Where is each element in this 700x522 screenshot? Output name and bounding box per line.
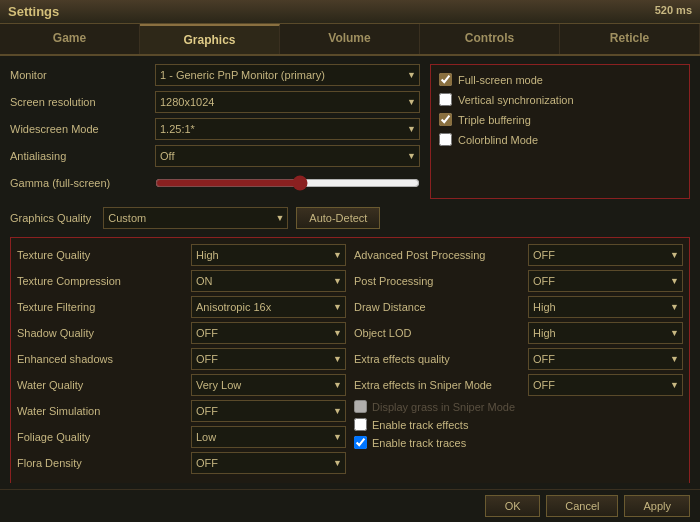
extra-effects-sniper-control: OFF bbox=[528, 374, 683, 396]
flora-density-label: Flora Density bbox=[17, 457, 191, 469]
monitor-select[interactable]: 1 - Generic PnP Monitor (primary) bbox=[155, 64, 420, 86]
fullscreen-checkbox[interactable] bbox=[439, 73, 452, 86]
shadow-quality-control: OFF bbox=[191, 322, 346, 344]
grass-sniper-row: Display grass in Sniper Mode bbox=[354, 400, 683, 413]
texture-quality-select[interactable]: High bbox=[191, 244, 346, 266]
advanced-post-select[interactable]: OFF bbox=[528, 244, 683, 266]
draw-distance-control: High bbox=[528, 296, 683, 318]
foliage-quality-select[interactable]: Low bbox=[191, 426, 346, 448]
texture-compression-label: Texture Compression bbox=[17, 275, 191, 287]
tab-graphics[interactable]: Graphics bbox=[140, 24, 280, 54]
title-bar: Settings 520 ms bbox=[0, 0, 700, 24]
draw-distance-select[interactable]: High bbox=[528, 296, 683, 318]
tab-game[interactable]: Game bbox=[0, 24, 140, 54]
enhanced-shadows-select[interactable]: OFF bbox=[191, 348, 346, 370]
right-checkboxes-panel: Full-screen mode Vertical synchronizatio… bbox=[430, 64, 690, 199]
colorblind-row: Colorblind Mode bbox=[439, 133, 681, 146]
apply-button[interactable]: Apply bbox=[624, 495, 690, 517]
extra-effects-quality-row: Extra effects quality OFF bbox=[354, 348, 683, 370]
widescreen-mode-control: 1.25:1* bbox=[155, 118, 420, 140]
antialiasing-select[interactable]: Off bbox=[155, 145, 420, 167]
foliage-quality-row: Foliage Quality Low bbox=[17, 426, 346, 448]
track-effects-label: Enable track effects bbox=[372, 419, 468, 431]
footer-buttons: OK Cancel Apply bbox=[485, 495, 690, 517]
post-processing-select[interactable]: OFF bbox=[528, 270, 683, 292]
water-quality-row: Water Quality Very Low bbox=[17, 374, 346, 396]
cancel-button[interactable]: Cancel bbox=[546, 495, 618, 517]
draw-distance-label: Draw Distance bbox=[354, 301, 528, 313]
post-processing-row: Post Processing OFF bbox=[354, 270, 683, 292]
shadow-quality-label: Shadow Quality bbox=[17, 327, 191, 339]
gamma-control bbox=[155, 176, 420, 190]
water-quality-label: Water Quality bbox=[17, 379, 191, 391]
texture-compression-select[interactable]: ON bbox=[191, 270, 346, 292]
object-lod-control: High bbox=[528, 322, 683, 344]
extra-effects-sniper-row: Extra effects in Sniper Mode OFF bbox=[354, 374, 683, 396]
monitor-row: Monitor 1 - Generic PnP Monitor (primary… bbox=[10, 64, 420, 86]
enhanced-shadows-control: OFF bbox=[191, 348, 346, 370]
tab-reticle[interactable]: Reticle bbox=[560, 24, 700, 54]
screen-resolution-row: Screen resolution 1280x1024 bbox=[10, 91, 420, 113]
foliage-quality-control: Low bbox=[191, 426, 346, 448]
vsync-checkbox[interactable] bbox=[439, 93, 452, 106]
extra-effects-sniper-select[interactable]: OFF bbox=[528, 374, 683, 396]
shadow-quality-row: Shadow Quality OFF bbox=[17, 322, 346, 344]
gamma-slider[interactable] bbox=[155, 179, 420, 187]
post-processing-label: Post Processing bbox=[354, 275, 528, 287]
widescreen-mode-row: Widescreen Mode 1.25:1* bbox=[10, 118, 420, 140]
texture-compression-row: Texture Compression ON bbox=[17, 270, 346, 292]
enhanced-shadows-label: Enhanced shadows bbox=[17, 353, 191, 365]
vsync-row: Vertical synchronization bbox=[439, 93, 681, 106]
colorblind-checkbox[interactable] bbox=[439, 133, 452, 146]
ok-button[interactable]: OK bbox=[485, 495, 540, 517]
extra-effects-sniper-label: Extra effects in Sniper Mode bbox=[354, 379, 528, 391]
screen-resolution-label: Screen resolution bbox=[10, 96, 155, 108]
antialiasing-control: Off bbox=[155, 145, 420, 167]
shadow-quality-select[interactable]: OFF bbox=[191, 322, 346, 344]
fullscreen-row: Full-screen mode bbox=[439, 73, 681, 86]
track-traces-row: Enable track traces bbox=[354, 436, 683, 449]
screen-resolution-select[interactable]: 1280x1024 bbox=[155, 91, 420, 113]
water-simulation-row: Water Simulation OFF bbox=[17, 400, 346, 422]
gamma-row: Gamma (full-screen) bbox=[10, 172, 420, 194]
enhanced-shadows-row: Enhanced shadows OFF bbox=[17, 348, 346, 370]
fps-counter: 520 ms bbox=[655, 4, 692, 16]
graphics-quality-select-wrapper: Custom bbox=[103, 207, 288, 229]
object-lod-label: Object LOD bbox=[354, 327, 528, 339]
main-content: Monitor 1 - Generic PnP Monitor (primary… bbox=[0, 56, 700, 483]
texture-quality-label: Texture Quality bbox=[17, 249, 191, 261]
texture-quality-control: High bbox=[191, 244, 346, 266]
screen-resolution-control: 1280x1024 bbox=[155, 91, 420, 113]
water-quality-select[interactable]: Very Low bbox=[191, 374, 346, 396]
draw-distance-row: Draw Distance High bbox=[354, 296, 683, 318]
triple-buffering-label: Triple buffering bbox=[458, 114, 531, 126]
extra-effects-quality-select[interactable]: OFF bbox=[528, 348, 683, 370]
track-traces-label: Enable track traces bbox=[372, 437, 466, 449]
grass-sniper-checkbox[interactable] bbox=[354, 400, 367, 413]
widescreen-mode-select[interactable]: 1.25:1* bbox=[155, 118, 420, 140]
antialiasing-row: Antialiasing Off bbox=[10, 145, 420, 167]
track-effects-checkbox[interactable] bbox=[354, 418, 367, 431]
texture-filtering-select[interactable]: Anisotropic 16x bbox=[191, 296, 346, 318]
top-section: Monitor 1 - Generic PnP Monitor (primary… bbox=[10, 64, 690, 199]
object-lod-row: Object LOD High bbox=[354, 322, 683, 344]
fullscreen-label: Full-screen mode bbox=[458, 74, 543, 86]
water-simulation-select[interactable]: OFF bbox=[191, 400, 346, 422]
triple-buffering-checkbox[interactable] bbox=[439, 113, 452, 126]
track-traces-checkbox[interactable] bbox=[354, 436, 367, 449]
track-effects-row: Enable track effects bbox=[354, 418, 683, 431]
auto-detect-button[interactable]: Auto-Detect bbox=[296, 207, 380, 229]
monitor-control: 1 - Generic PnP Monitor (primary) bbox=[155, 64, 420, 86]
texture-compression-control: ON bbox=[191, 270, 346, 292]
extra-effects-quality-label: Extra effects quality bbox=[354, 353, 528, 365]
water-quality-control: Very Low bbox=[191, 374, 346, 396]
tab-volume[interactable]: Volume bbox=[280, 24, 420, 54]
flora-density-control: OFF bbox=[191, 452, 346, 474]
extra-effects-quality-control: OFF bbox=[528, 348, 683, 370]
object-lod-select[interactable]: High bbox=[528, 322, 683, 344]
flora-density-select[interactable]: OFF bbox=[191, 452, 346, 474]
foliage-quality-label: Foliage Quality bbox=[17, 431, 191, 443]
title-label: Settings bbox=[8, 4, 59, 19]
graphics-quality-select[interactable]: Custom bbox=[103, 207, 288, 229]
tab-controls[interactable]: Controls bbox=[420, 24, 560, 54]
